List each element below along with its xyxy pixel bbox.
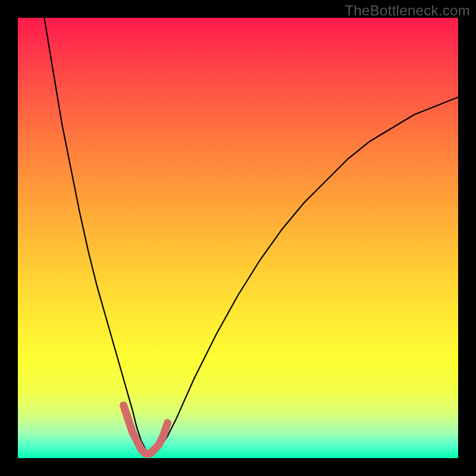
plot-area [18, 18, 458, 458]
curve-svg [18, 18, 458, 458]
highlight-band-path [124, 405, 168, 453]
watermark-text: TheBottleneck.com [345, 2, 470, 19]
chart-frame: TheBottleneck.com [0, 0, 476, 476]
bottleneck-curve-path [44, 18, 458, 454]
